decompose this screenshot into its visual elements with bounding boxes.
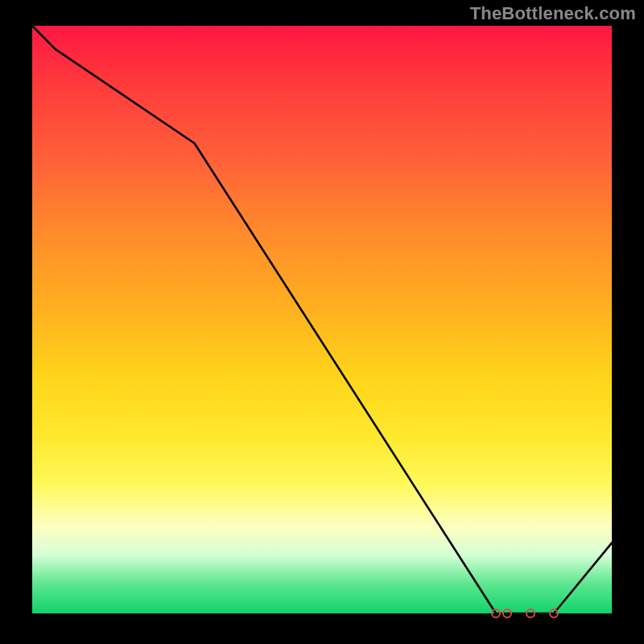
data-marker	[526, 609, 535, 618]
data-marker	[502, 609, 512, 618]
data-marker	[549, 609, 559, 618]
chart-plot-area	[32, 26, 612, 613]
series-line	[32, 26, 612, 613]
chart-line-layer	[32, 26, 612, 613]
chart-frame: TheBottleneck.com	[0, 0, 644, 644]
attribution-label: TheBottleneck.com	[470, 3, 636, 24]
data-marker	[491, 609, 501, 618]
